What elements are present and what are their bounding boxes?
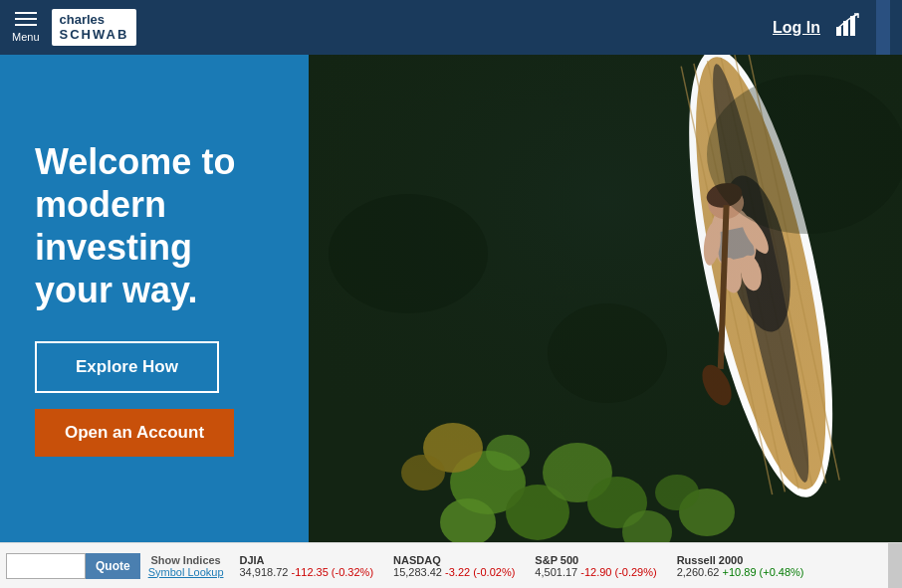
index-name-russell2000: Russell 2000	[677, 554, 804, 566]
index-value-sp500: 4,501.17 -12.90 (-0.29%)	[535, 566, 656, 578]
symbol-lookup-link[interactable]: Symbol Lookup	[148, 566, 224, 578]
chart-icon[interactable]	[834, 11, 862, 45]
index-change-nasdaq: -3.22 (-0.02%)	[445, 566, 515, 578]
menu-bar-3	[15, 24, 37, 26]
svg-point-39	[548, 303, 667, 403]
index-sp500: S&P 500 4,501.17 -12.90 (-0.29%)	[535, 554, 656, 578]
show-indices-toggle[interactable]: Show Indices Symbol Lookup	[148, 554, 224, 578]
hero-image	[309, 55, 902, 542]
open-account-button[interactable]: Open an Account	[35, 409, 234, 457]
index-value-djia: 34,918.72 -112.35 (-0.32%)	[240, 566, 374, 578]
index-name-djia: DJIA	[240, 554, 374, 566]
svg-rect-2	[850, 16, 855, 36]
index-value-nasdaq: 15,283.42 -3.22 (-0.02%)	[393, 566, 515, 578]
index-change-russell2000: +10.89 (+0.48%)	[723, 566, 804, 578]
ticker-bar: Quote Show Indices Symbol Lookup DJIA 34…	[0, 542, 902, 588]
menu-bar-2	[15, 18, 37, 20]
logo-charles: charles	[60, 13, 129, 27]
symbol-input[interactable]	[6, 553, 86, 579]
svg-point-38	[707, 75, 902, 234]
ticker-search: Quote	[6, 553, 140, 579]
ticker-scrollbar	[888, 543, 902, 588]
quote-button[interactable]: Quote	[86, 553, 140, 579]
index-djia: DJIA 34,918.72 -112.35 (-0.32%)	[240, 554, 374, 578]
logo-container[interactable]: charles SCHWAB	[52, 9, 137, 46]
logo-schwab: SCHWAB	[60, 28, 129, 42]
login-button[interactable]: Log In	[773, 19, 820, 37]
index-change-djia: -112.35 (-0.32%)	[292, 566, 374, 578]
hero-left-panel: Welcome to modern investing your way. Ex…	[0, 55, 309, 542]
show-indices-top: Show Indices	[150, 554, 220, 566]
menu-bar-1	[15, 12, 37, 14]
menu-label: Menu	[12, 31, 40, 43]
index-nasdaq: NASDAQ 15,283.42 -3.22 (-0.02%)	[393, 554, 515, 578]
hero-headline: Welcome to modern investing your way.	[35, 140, 274, 312]
svg-point-37	[329, 194, 488, 313]
explore-how-button[interactable]: Explore How	[35, 341, 219, 393]
index-russell2000: Russell 2000 2,260.62 +10.89 (+0.48%)	[677, 554, 804, 578]
ticker-indices: DJIA 34,918.72 -112.35 (-0.32%) NASDAQ 1…	[240, 554, 903, 578]
header-right: Log In	[773, 0, 890, 55]
index-value-russell2000: 2,260.62 +10.89 (+0.48%)	[677, 566, 804, 578]
header-scrollbar	[876, 0, 890, 55]
main-header: Menu charles SCHWAB Log In	[0, 0, 902, 55]
menu-button[interactable]: Menu	[12, 12, 40, 43]
index-name-sp500: S&P 500	[535, 554, 656, 566]
logo: charles SCHWAB	[60, 13, 129, 42]
header-left: Menu charles SCHWAB	[12, 9, 136, 46]
hero-section: Welcome to modern investing your way. Ex…	[0, 55, 902, 542]
index-change-sp500: -12.90 (-0.29%)	[580, 566, 656, 578]
index-name-nasdaq: NASDAQ	[393, 554, 515, 566]
